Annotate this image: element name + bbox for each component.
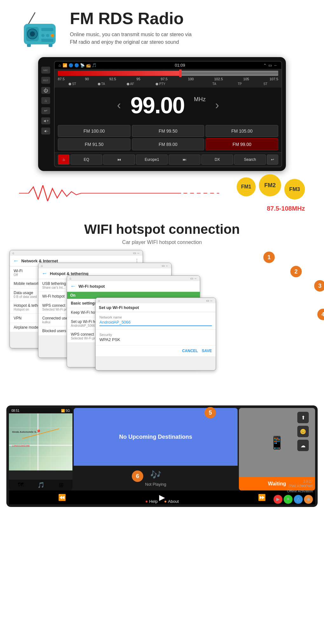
eq-btn[interactable]: EQ (71, 154, 102, 165)
fm-text: FM RDS Radio Online music, you can trans… (70, 10, 305, 46)
screen-topbar: ⌂ 📶 🔵 🔵 📡 📻 🎵 01:09 ⌃ ▭ ← (55, 62, 281, 69)
svg-rect-11 (49, 44, 52, 47)
home-btn[interactable]: ⌂ (58, 154, 70, 165)
wifi-screens-container: 1 ⌂ ▭ ← ← Network & Internet ⋮ Wi-Fi Off (0, 250, 324, 402)
frequency-display: ‹ 99.00 MHz › (55, 88, 281, 123)
cp-sidebar-icon-2[interactable]: 😊 (297, 426, 309, 437)
freq-prev-btn[interactable]: ‹ (117, 99, 121, 112)
badge-5: 5 (205, 407, 216, 418)
preset-4[interactable]: FM 91.50 (58, 138, 131, 150)
freq-unit: MHz (194, 96, 206, 103)
cp-sidebar-icon-3[interactable]: ☁ (297, 440, 309, 451)
version-info: 3.9.27 [ZWLAB90D98] Offline Activation ▶… (273, 479, 313, 504)
topbar-left-icons: ⌂ 📶 🔵 🔵 📡 📻 🎵 (58, 63, 97, 68)
signal-icons: 📶 🔵 🔵 📡 📻 🎵 (63, 63, 97, 68)
radio-screen: ⌂ 📶 🔵 🔵 📡 📻 🎵 01:09 ⌃ ▭ ← (54, 61, 282, 167)
fm-range-label: 87.5-108MHz (267, 205, 305, 212)
back-btn[interactable]: ↩ (267, 154, 278, 165)
carplay-center-panel: No Upcoming Destinations 🎶 Not Playing (74, 408, 238, 490)
rst-label[interactable]: RST (41, 77, 50, 84)
svg-line-0 (29, 13, 35, 24)
screen4-network: Network name AndroidAP_5066 (96, 312, 216, 330)
next-btn[interactable]: ⏭ (169, 154, 200, 165)
about-item[interactable]: ● About (164, 499, 179, 504)
save-btn[interactable]: SAVE (202, 349, 212, 353)
tuner-mode-labels: ST TA AF PTY TA TP ST (58, 82, 278, 86)
presets-grid: FM 100.00 FM 99.50 FM 105.00 FM 91.50 FM… (55, 123, 281, 152)
preset-6-active[interactable]: FM 99.00 (206, 138, 278, 150)
wifi-section: WIFI hotspot connection Car player WIFI … (0, 215, 324, 513)
badge-1: 1 (263, 252, 275, 263)
nav-back-icon: ← (274, 63, 278, 68)
preset-2[interactable]: FM 99.50 (132, 125, 205, 137)
music-bars-icon: 🎶 (150, 470, 161, 480)
not-playing-text: Not Playing (145, 482, 166, 487)
wifi-screen-4: ⌂ ▭ ← Set up Wi-Fi hotspot Network name … (95, 298, 216, 371)
preset-5[interactable]: FM 89.00 (132, 138, 205, 150)
svg-point-8 (51, 34, 54, 37)
fm-wave-section: FM1 FM2 FM3 87.5-108MHz (0, 177, 324, 215)
preset-1[interactable]: FM 100.00 (58, 125, 131, 137)
green-icon: ✦ (284, 495, 293, 504)
bottom-controls-bar: ⌂ EQ ⏮ Europe1 ⏭ DX Search ↩ (55, 152, 281, 167)
red-icon: ▶ (273, 495, 282, 504)
freq-next-btn[interactable]: › (215, 99, 219, 112)
power-btn[interactable]: ⏻ (41, 87, 50, 94)
fm3-badge: FM3 (284, 179, 305, 200)
carplay-inner: 08:51 📶 5G (9, 408, 315, 490)
map-grid-h1 (9, 428, 72, 428)
fast-forward-btn[interactable]: ⏩ (258, 494, 266, 501)
android-bar-1: ⌂ ▭ ← (10, 250, 143, 256)
back-side-btn[interactable]: ↩ (41, 107, 50, 114)
blue-icon: △ (294, 495, 303, 504)
europe1-btn[interactable]: Europe1 (136, 154, 168, 165)
map-xinda-label: Xinda Automobile S... (12, 430, 38, 433)
help-about-row: ● Help ● About (145, 499, 179, 504)
help-item[interactable]: ● Help (145, 499, 158, 504)
tuner-fill (58, 71, 179, 76)
dx-btn[interactable]: DX (201, 154, 233, 165)
badge-4: 4 (317, 309, 324, 320)
no-dest-text: No Upcoming Destinations (119, 434, 192, 440)
phone-icon: 📱 (269, 435, 285, 450)
vol-dn-btn[interactable]: ◄- (41, 128, 50, 135)
home-side-btn[interactable]: ⌂ (41, 97, 50, 104)
wifi-desc: Car player WIFI hotspot connection (19, 240, 305, 245)
badge-2: 2 (290, 266, 302, 277)
vol-up-btn[interactable]: ◄+ (41, 117, 50, 124)
fm-rds-section: FM RDS Radio Online music, you can trans… (0, 0, 324, 215)
grid-icon[interactable]: ⊞ (59, 482, 64, 489)
android-bar-2: ⌂ ▭ ← (38, 263, 171, 268)
search-btn[interactable]: Search (234, 154, 266, 165)
expand-icon: ⌃ (263, 63, 267, 68)
svg-rect-10 (27, 44, 31, 47)
tuner-indicator (179, 69, 182, 77)
rewind-btn[interactable]: ⏪ (58, 494, 66, 501)
fm1-badge: FM1 (237, 177, 256, 196)
cancel-btn[interactable]: CANCEL (182, 349, 198, 353)
carplay-device: 08:51 📶 5G (6, 405, 318, 507)
badge-3: 3 (314, 280, 324, 292)
cp-map: Xinda Automobile S... LONGGANGUNE 📍 (9, 413, 72, 470)
car-radio-device: MIC RST ⏻ ⌂ ↩ ◄+ ◄- ⌂ 📶 🔵 🔵 📡 📻 🎵 01:09 (0, 54, 324, 177)
prev-btn[interactable]: ⏮ (103, 154, 135, 165)
android-bar-3: ⌂ ▭ ← (67, 276, 200, 281)
map-grid-h2 (9, 442, 72, 442)
cp-status-bar: 08:51 📶 5G (9, 408, 72, 413)
maps-icon[interactable]: 🗺 (18, 482, 24, 489)
svg-rect-5 (41, 28, 53, 31)
mic-label: MIC (41, 67, 50, 74)
fm2-badge: FM2 (259, 174, 281, 196)
cp-sidebar-icon-1[interactable]: ⬆ (297, 412, 309, 423)
music-app-icon[interactable]: 🎵 (37, 482, 44, 489)
carplay-map-panel: 08:51 📶 5G (9, 408, 72, 490)
screen3-header: ← Wi-Fi hotspot (67, 281, 200, 292)
svg-rect-9 (41, 39, 53, 42)
preset-3[interactable]: FM 105.00 (206, 125, 278, 137)
freq-value: 99.00 (130, 92, 184, 118)
svg-point-7 (46, 34, 49, 37)
orange-icon: ◆ (304, 495, 313, 504)
android-bar-4: ⌂ ▭ ← (96, 298, 216, 303)
topbar-right-icons: ⌃ ▭ ← (263, 63, 278, 68)
svg-point-6 (41, 34, 44, 37)
